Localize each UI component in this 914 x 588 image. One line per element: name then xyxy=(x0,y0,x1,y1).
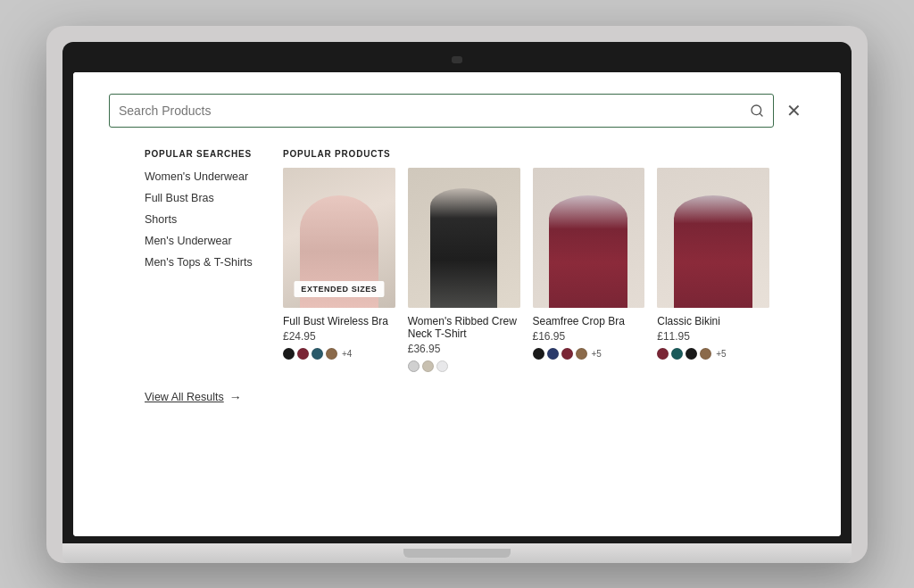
sidebar: POPULAR SEARCHES Women's Underwear Full … xyxy=(145,149,283,372)
product-card-4[interactable]: Classic Bikini £11.95 +5 xyxy=(657,168,769,372)
products-section: POPULAR PRODUCTS EXTENDED SIZES Full Bus… xyxy=(283,149,769,372)
swatch[interactable] xyxy=(657,348,669,360)
list-item: Men's Tops & T-Shirts xyxy=(145,253,283,269)
search-button[interactable] xyxy=(750,104,764,118)
swatch[interactable] xyxy=(312,348,323,360)
swatch-more-1: +4 xyxy=(342,349,352,359)
color-swatches-3: +5 xyxy=(533,348,645,360)
swatch[interactable] xyxy=(326,348,337,360)
close-button[interactable]: ✕ xyxy=(783,100,805,121)
svg-line-1 xyxy=(760,113,762,116)
view-all-button[interactable]: View All Results xyxy=(145,391,224,403)
color-swatches-1: +4 xyxy=(283,348,395,360)
product-price-4: £11.95 xyxy=(657,330,769,343)
sidebar-link-womens-underwear[interactable]: Women's Underwear xyxy=(145,170,248,183)
product-card-1[interactable]: EXTENDED SIZES Full Bust Wireless Bra £2… xyxy=(283,168,395,372)
search-panel: ✕ POPULAR SEARCHES Women's Underwear xyxy=(73,72,841,440)
laptop-frame: ✕ POPULAR SEARCHES Women's Underwear xyxy=(46,26,868,563)
product-image-1: EXTENDED SIZES xyxy=(283,168,395,308)
swatch[interactable] xyxy=(561,348,573,360)
sidebar-link-shorts[interactable]: Shorts xyxy=(145,213,177,226)
swatch[interactable] xyxy=(283,348,295,360)
product-name-3: Seamfree Crop Bra xyxy=(533,315,645,327)
swatch[interactable] xyxy=(686,348,697,360)
products-grid: EXTENDED SIZES Full Bust Wireless Bra £2… xyxy=(283,168,769,372)
swatch-more-4: +5 xyxy=(716,349,726,359)
camera-notch xyxy=(452,56,462,63)
list-item: Shorts xyxy=(145,211,283,227)
swatch[interactable] xyxy=(436,360,448,372)
product-name-1: Full Bust Wireless Bra xyxy=(283,315,395,327)
sidebar-link-full-bust-bras[interactable]: Full Bust Bras xyxy=(145,192,214,204)
product-image-4 xyxy=(657,168,769,308)
product-price-1: £24.95 xyxy=(283,330,395,343)
list-item: Full Bust Bras xyxy=(145,189,283,205)
list-item: Men's Underwear xyxy=(145,232,283,248)
product-price-3: £16.95 xyxy=(533,330,645,343)
sidebar-title: POPULAR SEARCHES xyxy=(145,149,283,159)
laptop-base-notch xyxy=(403,549,511,558)
search-input[interactable] xyxy=(119,104,750,118)
swatch[interactable] xyxy=(576,348,587,360)
product-card-3[interactable]: Seamfree Crop Bra £16.95 +5 xyxy=(533,168,645,372)
arrow-right-icon: → xyxy=(229,390,242,404)
product-image-3 xyxy=(533,168,645,308)
view-all-row: View All Results → xyxy=(109,372,805,411)
list-item: Women's Underwear xyxy=(145,168,283,184)
main-grid: POPULAR SEARCHES Women's Underwear Full … xyxy=(109,149,805,372)
product-image-2 xyxy=(408,168,520,308)
search-bar-row: ✕ xyxy=(109,94,805,128)
swatch[interactable] xyxy=(671,348,683,360)
color-swatches-2 xyxy=(408,360,520,372)
swatch[interactable] xyxy=(547,348,559,360)
swatch[interactable] xyxy=(533,348,544,360)
product-card-2[interactable]: Women's Ribbed Crew Neck T-Shirt £36.95 xyxy=(408,168,520,372)
search-input-wrapper xyxy=(109,94,774,128)
product-name-4: Classic Bikini xyxy=(657,315,769,327)
laptop-base xyxy=(62,543,852,563)
swatch[interactable] xyxy=(297,348,309,360)
products-title: POPULAR PRODUCTS xyxy=(283,149,769,159)
swatch[interactable] xyxy=(422,360,434,372)
extended-sizes-badge: EXTENDED SIZES xyxy=(294,281,384,297)
product-name-2: Women's Ribbed Crew Neck T-Shirt xyxy=(408,315,520,340)
product-img-fill-4 xyxy=(657,168,769,308)
product-price-2: £36.95 xyxy=(408,343,520,355)
sidebar-list: Women's Underwear Full Bust Bras Shorts … xyxy=(145,168,283,269)
laptop-screen: ✕ POPULAR SEARCHES Women's Underwear xyxy=(73,72,841,536)
product-img-fill-2 xyxy=(408,168,520,308)
sidebar-link-mens-tops[interactable]: Men's Tops & T-Shirts xyxy=(145,256,253,269)
color-swatches-4: +5 xyxy=(657,348,769,360)
screen-bezel: ✕ POPULAR SEARCHES Women's Underwear xyxy=(62,42,852,543)
swatch[interactable] xyxy=(408,360,420,372)
search-icon xyxy=(750,104,764,118)
product-img-fill-3 xyxy=(533,168,645,308)
screen-content: ✕ POPULAR SEARCHES Women's Underwear xyxy=(73,72,841,536)
sidebar-link-mens-underwear[interactable]: Men's Underwear xyxy=(145,235,232,247)
swatch-more-3: +5 xyxy=(592,349,602,359)
swatch[interactable] xyxy=(700,348,711,360)
